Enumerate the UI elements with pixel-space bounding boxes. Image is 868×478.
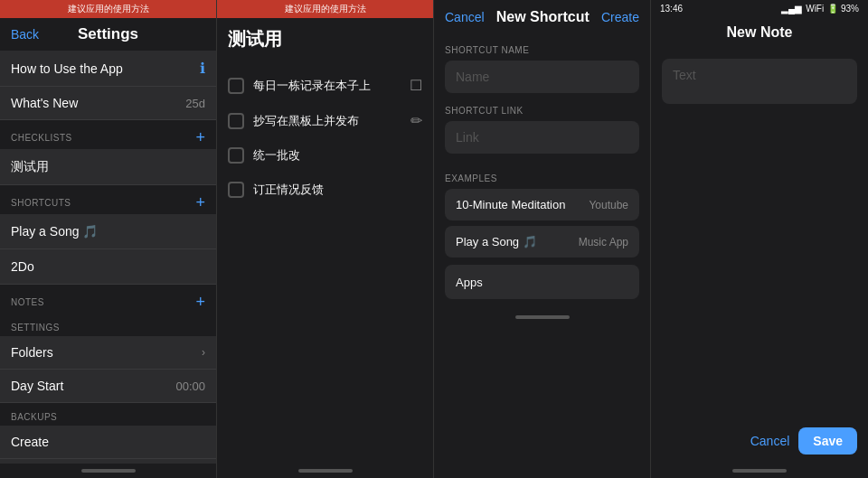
check-row-3[interactable]: 统一批改 xyxy=(217,138,433,173)
shortcut-create-button[interactable]: Create xyxy=(601,10,639,24)
new-shortcut-panel: Cancel New Shortcut Create SHORTCUT NAME… xyxy=(434,0,651,478)
note-cancel-button[interactable]: Cancel xyxy=(750,434,790,448)
apps-label: Apps xyxy=(456,276,483,289)
add-shortcut-button[interactable]: + xyxy=(195,194,205,211)
check-action-edit[interactable]: ✏ xyxy=(410,112,422,129)
back-button[interactable]: Back xyxy=(11,27,39,42)
how-to-use-label: How to Use the App xyxy=(11,61,193,76)
checkbox-2[interactable] xyxy=(228,113,244,129)
example-1-app: Youtube xyxy=(589,199,628,211)
shortcut-name-label: SHORTCUT NAME xyxy=(445,45,639,55)
shortcuts-section: SHORTCUTS + xyxy=(0,185,216,214)
home-indicator xyxy=(81,469,136,473)
folders-label: Folders xyxy=(11,345,198,360)
shortcut-nav-bar: Cancel New Shortcut Create xyxy=(434,0,650,34)
check-label-1: 每日一栋记录在本子上 xyxy=(253,78,410,94)
check-label-3: 统一批改 xyxy=(253,147,422,164)
folders-item[interactable]: Folders › xyxy=(0,336,216,370)
settings-title: Settings xyxy=(11,25,205,43)
example-2-app: Music App xyxy=(579,236,628,248)
notes-label: NOTES xyxy=(11,297,195,307)
checklist-name: 测试用 xyxy=(11,159,49,173)
shortcut-title: New Shortcut xyxy=(485,9,601,25)
settings-content: How to Use the App ℹ What's New 25d CHEC… xyxy=(0,51,216,464)
status-bar: 13:46 ▂▄▆ WiFi 🔋 93% xyxy=(651,0,868,17)
note-save-button[interactable]: Save xyxy=(798,427,857,455)
check-row-4[interactable]: 订正情况反馈 xyxy=(217,173,433,207)
note-placeholder: Text xyxy=(673,68,696,82)
note-title: New Note xyxy=(662,24,857,41)
signal-icon: ▂▄▆ xyxy=(781,4,802,14)
example-item-2[interactable]: Play a Song 🎵 Music App xyxy=(445,226,639,258)
shortcut-cancel-button[interactable]: Cancel xyxy=(445,10,485,24)
shortcut-item-1[interactable]: Play a Song 🎵 xyxy=(0,214,216,249)
note-content: Text xyxy=(651,48,868,244)
how-to-use-item[interactable]: How to Use the App ℹ xyxy=(0,51,216,87)
wifi-icon: WiFi xyxy=(806,4,824,14)
settings-sub-label: SETTINGS xyxy=(0,314,216,336)
apps-item[interactable]: Apps xyxy=(445,265,639,299)
check-row-2[interactable]: 抄写在黑板上并发布 ✏ xyxy=(217,103,433,138)
shortcut-link-input[interactable] xyxy=(445,121,639,154)
settings-banner: 建议应用的使用方法 xyxy=(0,0,217,18)
check-label-2: 抄写在黑板上并发布 xyxy=(253,113,410,129)
restore-item[interactable]: Restore xyxy=(0,459,216,464)
day-start-value: 00:00 xyxy=(175,380,205,393)
settings-panel: 建议应用的使用方法 Back Settings How to Use the A… xyxy=(0,0,217,478)
checklists-section: CHECKLISTS + xyxy=(0,120,216,149)
check-label-4: 订正情况反馈 xyxy=(253,182,422,198)
status-icons: ▂▄▆ WiFi 🔋 93% xyxy=(781,4,859,14)
whats-new-badge: 25d xyxy=(185,97,205,110)
checklist-panel: 建议应用的使用方法 测试用 每日一栋记录在本子上 ☐ 抄写在黑板上并发布 ✏ 统… xyxy=(217,0,434,478)
shortcuts-label: SHORTCUTS xyxy=(11,198,195,208)
create-backup-item[interactable]: Create xyxy=(0,426,216,459)
day-start-label: Day Start xyxy=(11,379,175,393)
shortcut-1-name: Play a Song 🎵 xyxy=(11,224,98,239)
checklist-banner: 建议应用的使用方法 xyxy=(217,0,434,18)
checklist-items: 每日一栋记录在本子上 ☐ 抄写在黑板上并发布 ✏ 统一批改 订正情况反馈 xyxy=(217,61,433,464)
check-row-1[interactable]: 每日一栋记录在本子上 ☐ xyxy=(217,68,433,103)
shortcut-name-input[interactable] xyxy=(445,61,639,93)
home-indicator-2 xyxy=(298,469,353,473)
example-item-1[interactable]: 10-Minute Meditation Youtube xyxy=(445,189,639,220)
chevron-right-icon: › xyxy=(202,346,205,359)
battery-icon: 🔋 93% xyxy=(827,4,859,14)
shortcut-link-label: SHORTCUT LINK xyxy=(445,106,639,116)
checkbox-1[interactable] xyxy=(228,78,244,94)
shortcut-form: SHORTCUT NAME SHORTCUT LINK EXAMPLES 10-… xyxy=(434,34,650,310)
shortcut-2-name: 2Do xyxy=(11,259,34,274)
example-1-name: 10-Minute Meditation xyxy=(456,198,565,211)
note-nav-bar: New Note xyxy=(651,17,868,48)
home-indicator-3 xyxy=(515,315,570,319)
add-checklist-button[interactable]: + xyxy=(195,129,205,145)
settings-header: Back Settings xyxy=(0,18,217,51)
checklist-item[interactable]: 测试用 xyxy=(0,149,216,185)
checkbox-4[interactable] xyxy=(228,182,244,198)
add-note-button[interactable]: + xyxy=(195,294,205,310)
notes-section: NOTES + xyxy=(0,285,216,314)
backups-label: BACKUPS xyxy=(0,403,216,426)
note-footer: Cancel Save xyxy=(651,418,868,464)
create-label: Create xyxy=(11,435,205,449)
status-time: 13:46 xyxy=(660,4,683,14)
example-2-name: Play a Song 🎵 xyxy=(456,235,537,248)
whats-new-label: What's New xyxy=(11,96,185,110)
checklist-header: 测试用 xyxy=(217,18,434,61)
day-start-item[interactable]: Day Start 00:00 xyxy=(0,370,216,403)
new-note-panel: 13:46 ▂▄▆ WiFi 🔋 93% New Note Text Cance… xyxy=(651,0,868,478)
info-icon: ℹ xyxy=(200,60,205,77)
note-text-area[interactable]: Text xyxy=(662,59,857,104)
shortcut-item-2[interactable]: 2Do xyxy=(0,249,216,285)
check-action-1[interactable]: ☐ xyxy=(410,77,422,94)
examples-label: EXAMPLES xyxy=(445,173,639,183)
checkbox-3[interactable] xyxy=(228,147,244,164)
checklists-label: CHECKLISTS xyxy=(11,133,195,143)
checklist-title: 测试用 xyxy=(228,27,422,52)
home-indicator-4 xyxy=(732,469,787,473)
whats-new-item[interactable]: What's New 25d xyxy=(0,87,216,120)
